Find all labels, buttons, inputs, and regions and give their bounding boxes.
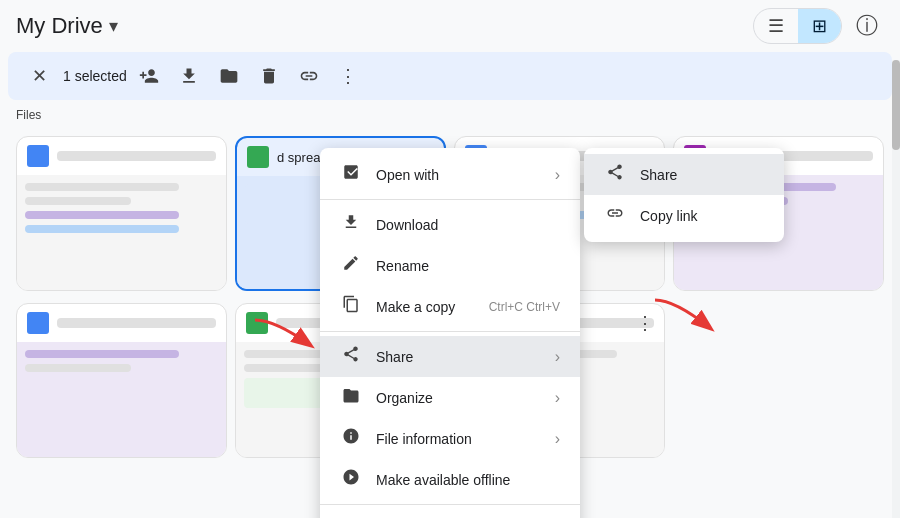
file-card-placeholder <box>673 303 884 458</box>
ctx-divider-2 <box>320 331 580 332</box>
submenu-share-label: Share <box>640 167 677 183</box>
ctx-organize-label: Organize <box>376 390 541 406</box>
ctx-download-label: Download <box>376 217 560 233</box>
file-card-header-5 <box>17 304 226 342</box>
header-right: ☰ ⊞ ⓘ <box>753 5 884 47</box>
ctx-offline-label: Make available offline <box>376 472 560 488</box>
file-icon-6 <box>246 312 268 334</box>
file-card-5[interactable] <box>16 303 227 458</box>
file-icon-5 <box>27 312 49 334</box>
organize-arrow-icon: › <box>555 389 560 407</box>
file-card-1[interactable] <box>16 136 227 291</box>
preview-line <box>25 364 131 372</box>
ctx-file-info-label: File information <box>376 431 541 447</box>
submenu-copy-link-icon <box>604 204 626 227</box>
preview-line <box>25 211 179 219</box>
header-left: My Drive ▾ <box>16 13 118 39</box>
delete-toolbar-button[interactable] <box>251 58 287 94</box>
scrollbar[interactable] <box>892 60 900 518</box>
download-toolbar-button[interactable] <box>171 58 207 94</box>
ctx-offline[interactable]: Make available offline <box>320 459 580 500</box>
share-arrow-icon: › <box>555 348 560 366</box>
add-person-button[interactable] <box>131 58 167 94</box>
preview-line <box>25 225 179 233</box>
drive-chevron-icon[interactable]: ▾ <box>109 15 118 37</box>
rename-icon <box>340 254 362 277</box>
ctx-trash[interactable]: Move to trash <box>320 509 580 518</box>
preview-line <box>25 183 179 191</box>
file-icon-1 <box>27 145 49 167</box>
grid-view-button[interactable]: ⊞ <box>798 9 841 43</box>
submenu-share[interactable]: Share <box>584 154 784 195</box>
header: My Drive ▾ ☰ ⊞ ⓘ <box>0 0 900 52</box>
close-button[interactable]: ✕ <box>24 57 55 95</box>
more-toolbar-button[interactable]: ⋮ <box>331 57 365 95</box>
ctx-share-label: Share <box>376 349 541 365</box>
info-button[interactable]: ⓘ <box>850 5 884 47</box>
ctx-file-info[interactable]: File information › <box>320 418 580 459</box>
download-icon <box>340 213 362 236</box>
file-card-body-1 <box>17 175 226 290</box>
ctx-download[interactable]: Download <box>320 204 580 245</box>
file-info-icon <box>340 427 362 450</box>
move-to-folder-button[interactable] <box>211 58 247 94</box>
file-name-bar-5 <box>57 318 216 328</box>
ctx-make-copy-label: Make a copy <box>376 299 475 315</box>
file-icon-selected <box>247 146 269 168</box>
ctx-make-copy-shortcut: Ctrl+C Ctrl+V <box>489 300 560 314</box>
open-with-arrow-icon: › <box>555 166 560 184</box>
organize-icon <box>340 386 362 409</box>
ctx-rename[interactable]: Rename <box>320 245 580 286</box>
ctx-divider-1 <box>320 199 580 200</box>
submenu-copy-link[interactable]: Copy link <box>584 195 784 236</box>
file-card-header-1 <box>17 137 226 175</box>
toolbar: ✕ 1 selected ⋮ <box>8 52 892 100</box>
open-with-icon <box>340 163 362 186</box>
ctx-make-copy[interactable]: Make a copy Ctrl+C Ctrl+V <box>320 286 580 327</box>
submenu-copy-link-label: Copy link <box>640 208 698 224</box>
drive-title: My Drive <box>16 13 103 39</box>
ctx-divider-3 <box>320 504 580 505</box>
view-toggle: ☰ ⊞ <box>753 8 842 44</box>
ctx-share[interactable]: Share › <box>320 336 580 377</box>
share-submenu: Share Copy link <box>584 148 784 242</box>
ctx-rename-label: Rename <box>376 258 560 274</box>
ctx-open-with-label: Open with <box>376 167 541 183</box>
submenu-share-icon <box>604 163 626 186</box>
copy-icon <box>340 295 362 318</box>
section-label: Files <box>0 104 900 126</box>
list-view-button[interactable]: ☰ <box>754 9 798 43</box>
ctx-open-with[interactable]: Open with › <box>320 154 580 195</box>
file-info-arrow-icon: › <box>555 430 560 448</box>
scrollbar-thumb[interactable] <box>892 60 900 150</box>
ctx-organize[interactable]: Organize › <box>320 377 580 418</box>
file-name-bar-1 <box>57 151 216 161</box>
copy-link-toolbar-button[interactable] <box>291 58 327 94</box>
offline-icon <box>340 468 362 491</box>
preview-line <box>25 350 179 358</box>
file-card-body-5 <box>17 342 226 457</box>
selected-count-label: 1 selected <box>63 68 127 84</box>
preview-line <box>25 197 131 205</box>
share-icon <box>340 345 362 368</box>
card-7-more-button[interactable]: ⋮ <box>632 310 658 336</box>
context-menu: Open with › Download Rename Make a copy … <box>320 148 580 518</box>
